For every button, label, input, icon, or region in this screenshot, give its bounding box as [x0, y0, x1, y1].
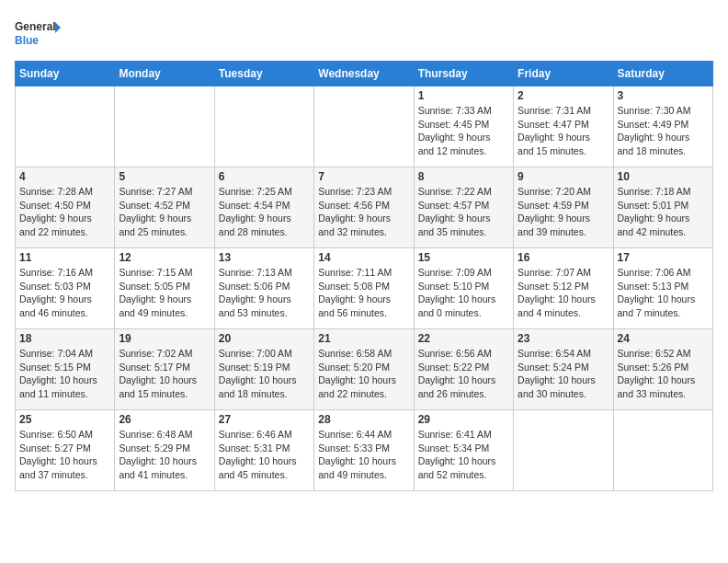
day-number: 24	[618, 332, 709, 345]
calendar-cell: 24Sunrise: 6:52 AMSunset: 5:26 PMDayligh…	[613, 329, 712, 410]
day-number: 5	[119, 170, 210, 183]
day-info: Sunrise: 7:06 AMSunset: 5:13 PMDaylight:…	[618, 266, 709, 320]
calendar-cell: 10Sunrise: 7:18 AMSunset: 5:01 PMDayligh…	[613, 167, 712, 248]
day-info: Sunrise: 6:48 AMSunset: 5:29 PMDaylight:…	[119, 428, 210, 482]
day-info: Sunrise: 7:16 AMSunset: 5:03 PMDaylight:…	[19, 266, 110, 320]
calendar-header-row: SundayMondayTuesdayWednesdayThursdayFrid…	[16, 62, 713, 86]
calendar-cell: 3Sunrise: 7:30 AMSunset: 4:49 PMDaylight…	[613, 86, 712, 167]
day-number: 9	[518, 170, 609, 183]
day-number: 11	[19, 251, 110, 264]
day-info: Sunrise: 7:18 AMSunset: 5:01 PMDaylight:…	[618, 185, 709, 239]
calendar-cell: 22Sunrise: 6:56 AMSunset: 5:22 PMDayligh…	[414, 329, 513, 410]
day-number: 2	[518, 89, 609, 102]
day-info: Sunrise: 7:30 AMSunset: 4:49 PMDaylight:…	[618, 104, 709, 158]
day-info: Sunrise: 6:58 AMSunset: 5:20 PMDaylight:…	[318, 347, 409, 401]
calendar-cell: 23Sunrise: 6:54 AMSunset: 5:24 PMDayligh…	[514, 329, 613, 410]
day-number: 12	[119, 251, 210, 264]
calendar-cell	[16, 86, 115, 167]
day-number: 22	[418, 332, 509, 345]
calendar-cell	[514, 410, 613, 491]
day-number: 21	[318, 332, 409, 345]
day-info: Sunrise: 6:41 AMSunset: 5:34 PMDaylight:…	[418, 428, 509, 482]
day-number: 16	[518, 251, 609, 264]
calendar-cell: 8Sunrise: 7:22 AMSunset: 4:57 PMDaylight…	[414, 167, 513, 248]
day-info: Sunrise: 6:56 AMSunset: 5:22 PMDaylight:…	[418, 347, 509, 401]
calendar-cell	[314, 86, 414, 167]
day-info: Sunrise: 7:04 AMSunset: 5:15 PMDaylight:…	[19, 347, 110, 401]
calendar-cell: 2Sunrise: 7:31 AMSunset: 4:47 PMDaylight…	[514, 86, 613, 167]
calendar-cell: 15Sunrise: 7:09 AMSunset: 5:10 PMDayligh…	[414, 248, 513, 329]
calendar-week-row: 25Sunrise: 6:50 AMSunset: 5:27 PMDayligh…	[16, 410, 713, 491]
calendar-cell: 1Sunrise: 7:33 AMSunset: 4:45 PMDaylight…	[414, 86, 513, 167]
calendar-cell: 6Sunrise: 7:25 AMSunset: 4:54 PMDaylight…	[214, 167, 313, 248]
day-number: 19	[119, 332, 210, 345]
calendar-cell: 9Sunrise: 7:20 AMSunset: 4:59 PMDaylight…	[514, 167, 613, 248]
weekday-header-saturday: Saturday	[613, 62, 712, 86]
calendar-week-row: 4Sunrise: 7:28 AMSunset: 4:50 PMDaylight…	[16, 167, 713, 248]
day-number: 26	[119, 413, 210, 426]
day-info: Sunrise: 7:07 AMSunset: 5:12 PMDaylight:…	[518, 266, 609, 320]
day-info: Sunrise: 7:31 AMSunset: 4:47 PMDaylight:…	[518, 104, 609, 158]
day-info: Sunrise: 7:25 AMSunset: 4:54 PMDaylight:…	[219, 185, 310, 239]
day-number: 6	[219, 170, 310, 183]
day-info: Sunrise: 7:02 AMSunset: 5:17 PMDaylight:…	[119, 347, 210, 401]
weekday-header-friday: Friday	[514, 62, 613, 86]
day-number: 28	[318, 413, 409, 426]
calendar-cell: 29Sunrise: 6:41 AMSunset: 5:34 PMDayligh…	[414, 410, 513, 491]
calendar-week-row: 18Sunrise: 7:04 AMSunset: 5:15 PMDayligh…	[16, 329, 713, 410]
calendar-cell: 11Sunrise: 7:16 AMSunset: 5:03 PMDayligh…	[16, 248, 115, 329]
day-number: 14	[318, 251, 409, 264]
day-number: 18	[19, 332, 110, 345]
calendar-week-row: 11Sunrise: 7:16 AMSunset: 5:03 PMDayligh…	[16, 248, 713, 329]
day-info: Sunrise: 7:23 AMSunset: 4:56 PMDaylight:…	[318, 185, 409, 239]
calendar-cell: 27Sunrise: 6:46 AMSunset: 5:31 PMDayligh…	[214, 410, 313, 491]
svg-text:General: General	[15, 20, 56, 33]
page-header: General Blue	[15, 15, 713, 52]
calendar-cell: 17Sunrise: 7:06 AMSunset: 5:13 PMDayligh…	[613, 248, 712, 329]
day-info: Sunrise: 7:11 AMSunset: 5:08 PMDaylight:…	[318, 266, 409, 320]
calendar-cell: 18Sunrise: 7:04 AMSunset: 5:15 PMDayligh…	[16, 329, 115, 410]
logo-graphic: General Blue	[15, 15, 61, 52]
svg-marker-2	[55, 22, 61, 33]
calendar-week-row: 1Sunrise: 7:33 AMSunset: 4:45 PMDaylight…	[16, 86, 713, 167]
day-number: 4	[19, 170, 110, 183]
day-number: 3	[618, 89, 709, 102]
day-number: 29	[418, 413, 509, 426]
svg-text:Blue: Blue	[15, 34, 39, 47]
day-info: Sunrise: 7:09 AMSunset: 5:10 PMDaylight:…	[418, 266, 509, 320]
day-number: 23	[518, 332, 609, 345]
day-info: Sunrise: 7:00 AMSunset: 5:19 PMDaylight:…	[219, 347, 310, 401]
day-info: Sunrise: 6:46 AMSunset: 5:31 PMDaylight:…	[219, 428, 310, 482]
calendar-cell: 16Sunrise: 7:07 AMSunset: 5:12 PMDayligh…	[514, 248, 613, 329]
weekday-header-sunday: Sunday	[16, 62, 115, 86]
day-number: 8	[418, 170, 509, 183]
calendar-table: SundayMondayTuesdayWednesdayThursdayFrid…	[15, 61, 713, 491]
day-number: 15	[418, 251, 509, 264]
day-info: Sunrise: 7:22 AMSunset: 4:57 PMDaylight:…	[418, 185, 509, 239]
day-number: 27	[219, 413, 310, 426]
calendar-cell: 7Sunrise: 7:23 AMSunset: 4:56 PMDaylight…	[314, 167, 414, 248]
weekday-header-thursday: Thursday	[414, 62, 513, 86]
calendar-cell: 20Sunrise: 7:00 AMSunset: 5:19 PMDayligh…	[214, 329, 313, 410]
calendar-cell: 28Sunrise: 6:44 AMSunset: 5:33 PMDayligh…	[314, 410, 414, 491]
day-info: Sunrise: 7:20 AMSunset: 4:59 PMDaylight:…	[518, 185, 609, 239]
day-number: 1	[418, 89, 509, 102]
calendar-cell: 14Sunrise: 7:11 AMSunset: 5:08 PMDayligh…	[314, 248, 414, 329]
day-info: Sunrise: 6:52 AMSunset: 5:26 PMDaylight:…	[618, 347, 709, 401]
day-number: 25	[19, 413, 110, 426]
weekday-header-wednesday: Wednesday	[314, 62, 414, 86]
day-info: Sunrise: 7:33 AMSunset: 4:45 PMDaylight:…	[418, 104, 509, 158]
weekday-header-monday: Monday	[115, 62, 214, 86]
calendar-cell	[115, 86, 214, 167]
calendar-cell: 26Sunrise: 6:48 AMSunset: 5:29 PMDayligh…	[115, 410, 214, 491]
day-number: 7	[318, 170, 409, 183]
calendar-cell: 12Sunrise: 7:15 AMSunset: 5:05 PMDayligh…	[115, 248, 214, 329]
calendar-cell	[613, 410, 712, 491]
calendar-cell: 5Sunrise: 7:27 AMSunset: 4:52 PMDaylight…	[115, 167, 214, 248]
calendar-cell: 21Sunrise: 6:58 AMSunset: 5:20 PMDayligh…	[314, 329, 414, 410]
day-number: 17	[618, 251, 709, 264]
day-number: 10	[618, 170, 709, 183]
day-info: Sunrise: 6:54 AMSunset: 5:24 PMDaylight:…	[518, 347, 609, 401]
day-info: Sunrise: 7:28 AMSunset: 4:50 PMDaylight:…	[19, 185, 110, 239]
calendar-cell: 25Sunrise: 6:50 AMSunset: 5:27 PMDayligh…	[16, 410, 115, 491]
